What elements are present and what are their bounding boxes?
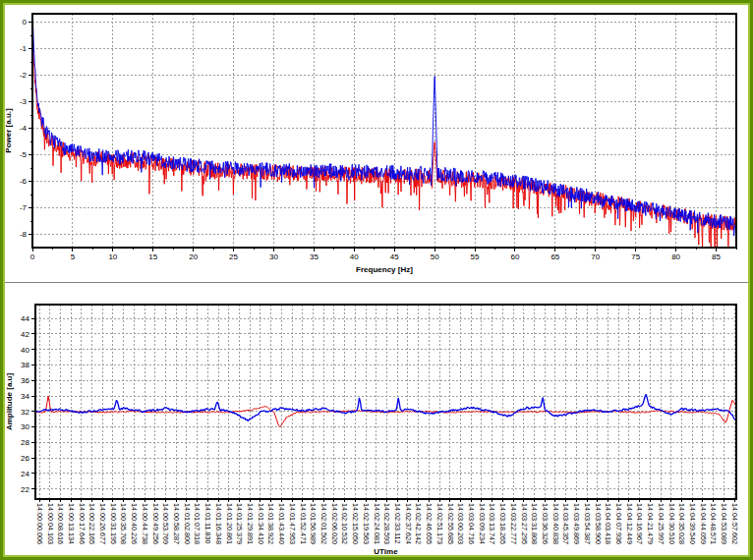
x-tick-label-timestamp: 14:00:40.226 [130, 503, 139, 544]
y-tick-label: 0 [23, 18, 28, 27]
x-tick-label-timestamp: 14:01:34.410 [257, 503, 265, 544]
y-tick-label: 28 [21, 438, 29, 447]
x-tick-label-timestamp: 14:00:49.256 [151, 503, 160, 544]
x-tick-label-timestamp: 14:02:19.563 [362, 503, 371, 544]
x-tick-label-timestamp: 14:04:16.967 [635, 503, 644, 544]
spectrum-panel: 0-1-2-3-4-5-6-7-805101520253035404550556… [0, 0, 753, 282]
x-tick-label: 25 [229, 252, 238, 261]
x-tick-label-timestamp: 14:01:25.379 [235, 503, 244, 544]
y-tick-label: 26 [21, 454, 29, 463]
y-tick-label: -3 [20, 97, 28, 106]
x-tick-label: 75 [631, 252, 640, 261]
x-tick-label-timestamp: 14:01:11.830 [203, 503, 212, 543]
x-tick-label: 35 [310, 252, 319, 261]
spectrum-chart: 0-1-2-3-4-5-6-7-805101520253035404550556… [0, 0, 753, 282]
y-tick-label: -4 [20, 124, 28, 133]
x-tick-label-timestamp: 14:00:53.769 [161, 503, 170, 544]
x-tick-label: 0 [30, 252, 35, 261]
x-tick-label-timestamp: 14:00:58.287 [172, 503, 181, 544]
y-axis-title: Power [a.u.] [4, 108, 13, 153]
x-tick-label-timestamp: 14:01:02.800 [183, 503, 192, 544]
panel-separator [3, 282, 750, 283]
x-tick-label-timestamp: 14:03:40.838 [551, 503, 560, 544]
x-tick-label-timestamp: 14:00:17.646 [78, 503, 87, 544]
measurement-window: 0-1-2-3-4-5-6-7-805101520253035404550556… [0, 0, 753, 560]
y-tick-label: 42 [21, 330, 29, 339]
x-tick-label-timestamp: 14:03:22.777 [509, 503, 518, 544]
x-tick-label-timestamp: 14:00:26.677 [98, 503, 107, 544]
x-tick-label-timestamp: 14:03:27.295 [520, 503, 529, 544]
x-tick-label: 10 [108, 252, 117, 261]
x-tick-label-timestamp: 14:04:12.449 [625, 503, 634, 544]
x-tick-label-timestamp: 14:00:04.103 [46, 503, 55, 544]
axis-ticks [29, 23, 736, 252]
x-tick-label-timestamp: 14:03:09.234 [478, 503, 487, 544]
x-tick-label-timestamp: 14:01:56.989 [309, 503, 318, 544]
x-tick-label-timestamp: 14:00:00.006 [35, 503, 44, 544]
amplitude-panel: 44424038363432302826242214:00:00.00614:0… [0, 283, 753, 560]
y-tick-label: 38 [21, 361, 29, 369]
x-tick-label-timestamp: 14:04:21.479 [646, 503, 655, 544]
x-tick-label-timestamp: 14:03:31.808 [530, 503, 539, 544]
x-tick-label-timestamp: 14:01:16.348 [214, 503, 223, 544]
x-tick-label-timestamp: 14:01:20.861 [225, 503, 234, 544]
axis-tick-labels: 0-1-2-3-4-5-6-7-805101520253035404550556… [20, 18, 722, 261]
y-tick-label: -7 [20, 203, 28, 212]
x-tick-label: 50 [431, 252, 439, 261]
x-tick-label-timestamp: 14:02:55.685 [446, 503, 455, 544]
x-tick-label-timestamp: 14:02:42.142 [414, 503, 423, 544]
x-tick-label-timestamp: 14:03:18.265 [498, 503, 507, 544]
x-tick-label-timestamp: 14:03:54.387 [583, 503, 592, 544]
y-tick-label: -2 [20, 71, 28, 80]
x-tick-label-timestamp: 14:00:13.134 [67, 503, 76, 544]
x-tick-label-timestamp: 14:03:58.900 [594, 503, 603, 544]
x-tick-label: 5 [71, 252, 76, 261]
x-tick-label-timestamp: 14:04:03.418 [604, 503, 612, 544]
x-tick-label-timestamp: 14:02:15.050 [351, 503, 360, 544]
x-tick-label: 15 [148, 252, 157, 261]
x-tick-label-timestamp: 14:02:46.655 [425, 503, 434, 544]
x-tick-label-timestamp: 14:00:35.708 [119, 503, 128, 544]
y-tick-label: -8 [20, 230, 28, 239]
axis-tick-labels: 44424038363432302826242214:00:00.00614:0… [21, 314, 739, 544]
x-tick-label-timestamp: 14:00:31.195 [109, 503, 118, 544]
x-axis-title: UTime [374, 547, 398, 556]
amplitude-chart: 44424038363432302826242214:00:00.00614:0… [0, 283, 753, 560]
y-tick-label: 40 [21, 346, 29, 355]
y-tick-label: 22 [21, 485, 29, 494]
x-tick-label: 65 [550, 252, 559, 261]
y-tick-label: -5 [20, 150, 28, 159]
x-tick-label: 80 [671, 252, 680, 261]
y-tick-label: 34 [21, 392, 29, 401]
x-tick-label-timestamp: 14:02:01.502 [319, 503, 328, 544]
x-tick-label: 40 [350, 252, 359, 261]
x-tick-label: 55 [471, 252, 480, 261]
x-tick-label-timestamp: 14:00:08.616 [56, 503, 65, 544]
x-tick-label-timestamp: 14:02:51.173 [435, 503, 444, 544]
x-tick-label-timestamp: 14:03:00.203 [456, 503, 465, 544]
y-axis-title: Amplitude [a.u] [5, 373, 14, 431]
y-tick-label: 24 [21, 470, 29, 478]
y-tick-label: 32 [21, 408, 29, 417]
x-tick-label-timestamp: 14:02:28.593 [382, 503, 391, 544]
x-tick-label-timestamp: 14:02:24.081 [373, 503, 381, 544]
x-tick-label-timestamp: 14:03:45.357 [561, 503, 570, 544]
series-blue-trace [35, 394, 736, 421]
x-tick-label-timestamp: 14:01:43.440 [277, 503, 286, 544]
x-tick-label-timestamp: 14:03:36.326 [541, 503, 550, 544]
x-tick-label-timestamp: 14:00:22.165 [87, 503, 96, 544]
x-tick-label: 20 [189, 252, 198, 261]
x-tick-label-timestamp: 14:04:44.059 [699, 503, 708, 544]
x-tick-label-timestamp: 14:01:38.922 [266, 503, 275, 544]
y-tick-label: 44 [21, 314, 29, 323]
series-red-trace [32, 31, 736, 248]
x-tick-label-timestamp: 14:02:33.112 [393, 503, 402, 543]
x-tick-label: 70 [591, 252, 600, 261]
x-tick-label: 45 [390, 252, 399, 261]
x-axis-title: Frequency [Hz] [356, 265, 413, 274]
x-tick-label-timestamp: 14:04:25.997 [657, 503, 666, 544]
x-tick-label-timestamp: 14:04:35.028 [677, 503, 686, 544]
y-tick-label: 36 [21, 376, 29, 385]
x-tick-label-timestamp: 14:03:13.747 [488, 503, 496, 544]
grid-lines [35, 305, 736, 499]
